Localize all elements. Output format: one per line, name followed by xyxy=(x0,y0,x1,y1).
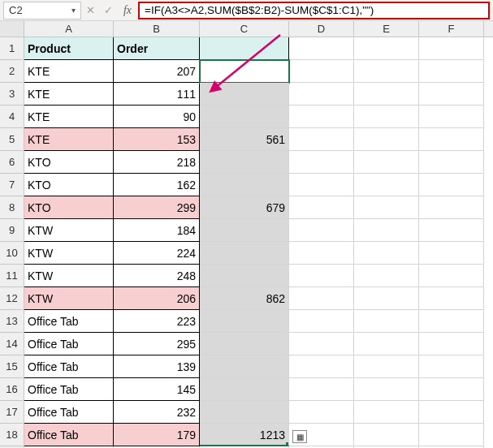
cell[interactable] xyxy=(419,37,484,60)
row-header[interactable]: 12 xyxy=(0,287,24,310)
cell[interactable] xyxy=(200,378,289,401)
cell[interactable] xyxy=(419,196,484,219)
cell[interactable] xyxy=(289,242,354,265)
cell[interactable]: KTW xyxy=(24,219,114,242)
cell[interactable]: 224 xyxy=(114,242,200,265)
cell[interactable] xyxy=(419,424,484,446)
cell[interactable] xyxy=(200,333,289,355)
row-header[interactable]: 10 xyxy=(0,242,24,265)
cell[interactable]: 145 xyxy=(114,378,200,401)
cell[interactable]: KTW xyxy=(24,265,114,287)
row-header[interactable]: 16 xyxy=(0,378,24,401)
cell[interactable]: Office Tab xyxy=(24,310,114,333)
col-header-E[interactable]: E xyxy=(354,21,419,37)
row-header[interactable]: 17 xyxy=(0,401,24,424)
cell[interactable]: 111 xyxy=(114,83,200,106)
col-header-B[interactable]: B xyxy=(114,21,200,37)
cell[interactable] xyxy=(200,310,289,333)
cell[interactable]: KTE xyxy=(24,83,114,106)
cell[interactable] xyxy=(354,60,419,83)
row-header[interactable]: 9 xyxy=(0,219,24,242)
col-header-F[interactable]: F xyxy=(419,21,484,37)
cell[interactable] xyxy=(200,355,289,378)
cell[interactable]: 232 xyxy=(114,401,200,424)
cell[interactable] xyxy=(200,83,289,106)
cell[interactable]: Office Tab xyxy=(24,424,114,446)
col-header-C[interactable]: C xyxy=(200,21,289,37)
cell[interactable]: 184 xyxy=(114,219,200,242)
cell[interactable] xyxy=(200,37,289,60)
cell[interactable] xyxy=(289,60,354,83)
cell[interactable] xyxy=(200,219,289,242)
row-header[interactable]: 4 xyxy=(0,106,24,128)
cell[interactable]: 248 xyxy=(114,265,200,287)
cell[interactable]: 679 xyxy=(200,196,289,219)
cell[interactable] xyxy=(419,242,484,265)
cell[interactable] xyxy=(354,106,419,128)
select-all-corner[interactable] xyxy=(0,21,24,37)
name-box[interactable]: C2 ▾ xyxy=(3,2,81,19)
cell[interactable] xyxy=(200,265,289,287)
cell[interactable]: KTO xyxy=(24,174,114,196)
cell[interactable]: 223 xyxy=(114,310,200,333)
cell[interactable] xyxy=(354,151,419,174)
cell[interactable]: 162 xyxy=(114,174,200,196)
fx-icon[interactable]: fx xyxy=(117,2,138,19)
cell[interactable] xyxy=(200,401,289,424)
cell[interactable] xyxy=(419,287,484,310)
cell[interactable] xyxy=(200,174,289,196)
cell[interactable]: 207 xyxy=(114,60,200,83)
row-header[interactable]: 18 xyxy=(0,424,24,446)
row-header[interactable]: 3 xyxy=(0,83,24,106)
cell[interactable] xyxy=(289,83,354,106)
cell[interactable] xyxy=(419,355,484,378)
cell[interactable]: Office Tab xyxy=(24,378,114,401)
col-header-D[interactable]: D xyxy=(289,21,354,37)
cell[interactable]: KTO xyxy=(24,151,114,174)
cell[interactable] xyxy=(419,378,484,401)
col-header-A[interactable]: A xyxy=(24,21,114,37)
cell[interactable] xyxy=(419,333,484,355)
cell[interactable]: 179 xyxy=(114,424,200,446)
cell[interactable] xyxy=(289,196,354,219)
cell[interactable] xyxy=(354,355,419,378)
cell[interactable] xyxy=(419,310,484,333)
cell[interactable] xyxy=(289,265,354,287)
cell[interactable]: Office Tab xyxy=(24,401,114,424)
cell[interactable] xyxy=(354,378,419,401)
cell[interactable] xyxy=(419,401,484,424)
cell[interactable]: KTO xyxy=(24,196,114,219)
cell[interactable] xyxy=(289,287,354,310)
cell[interactable]: 561 xyxy=(200,128,289,151)
cell[interactable]: KTE xyxy=(24,128,114,151)
cell[interactable]: KTW xyxy=(24,242,114,265)
row-header[interactable]: 11 xyxy=(0,265,24,287)
row-header[interactable]: 13 xyxy=(0,310,24,333)
formula-bar[interactable]: =IF(A3<>A2,SUM($B$2:B2)-SUM($C$1:C1),"") xyxy=(138,2,490,19)
cell[interactable]: 139 xyxy=(114,355,200,378)
cell[interactable] xyxy=(419,174,484,196)
cell[interactable] xyxy=(354,424,419,446)
autofill-options-icon[interactable]: ▦ xyxy=(292,430,307,443)
cell[interactable] xyxy=(289,174,354,196)
cell[interactable] xyxy=(419,83,484,106)
cell[interactable] xyxy=(289,219,354,242)
cell[interactable] xyxy=(354,196,419,219)
cell[interactable]: 206 xyxy=(114,287,200,310)
cell[interactable] xyxy=(419,151,484,174)
row-header[interactable]: 14 xyxy=(0,333,24,355)
cell[interactable] xyxy=(419,106,484,128)
cell[interactable] xyxy=(354,128,419,151)
cell[interactable] xyxy=(200,242,289,265)
cell[interactable]: 295 xyxy=(114,333,200,355)
cell[interactable] xyxy=(354,287,419,310)
cell[interactable] xyxy=(200,60,289,83)
cell[interactable] xyxy=(354,401,419,424)
cell[interactable] xyxy=(354,83,419,106)
row-header[interactable]: 7 xyxy=(0,174,24,196)
cell[interactable] xyxy=(289,401,354,424)
cell[interactable]: 1213 xyxy=(200,424,289,446)
cell[interactable] xyxy=(289,355,354,378)
cell[interactable] xyxy=(354,265,419,287)
cell[interactable] xyxy=(289,310,354,333)
